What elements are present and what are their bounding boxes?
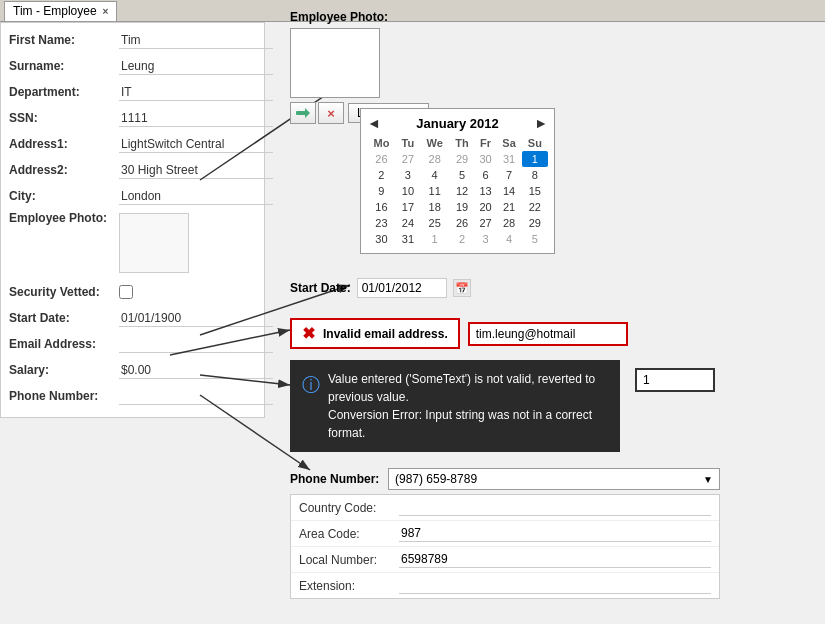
input-address2[interactable] [119, 162, 273, 179]
cal-day-2-3[interactable]: 12 [449, 183, 474, 199]
calendar-week-1: 2345678 [367, 167, 548, 183]
label-department: Department: [9, 85, 119, 99]
input-firstname[interactable] [119, 32, 273, 49]
combo-dropdown-arrow[interactable]: ▼ [703, 474, 713, 485]
cal-day-5-6[interactable]: 5 [522, 231, 548, 247]
input-surname[interactable] [119, 58, 273, 75]
cal-day-1-5[interactable]: 7 [496, 167, 521, 183]
label-city: City: [9, 189, 119, 203]
cal-day-0-1[interactable]: 27 [396, 151, 420, 167]
cal-day-3-0[interactable]: 16 [367, 199, 396, 215]
calendar-week-5: 303112345 [367, 231, 548, 247]
calendar-week-4: 23242526272829 [367, 215, 548, 231]
cal-day-2-1[interactable]: 10 [396, 183, 420, 199]
cal-day-2-5[interactable]: 14 [496, 183, 521, 199]
label-phone: Phone Number: [9, 389, 119, 403]
cal-day-3-3[interactable]: 19 [449, 199, 474, 215]
calendar-header: ◄ January 2012 ► [367, 115, 548, 131]
cal-day-2-0[interactable]: 9 [367, 183, 396, 199]
salary-error-info: ⓘ Value entered ('SomeText') is not vali… [302, 370, 608, 442]
cal-day-0-2[interactable]: 28 [420, 151, 449, 167]
form-row-startdate: Start Date: [9, 307, 256, 329]
input-startdate[interactable] [119, 310, 273, 327]
cal-day-1-4[interactable]: 6 [475, 167, 497, 183]
phone-country-input[interactable] [399, 499, 711, 516]
phone-local-input[interactable] [399, 551, 711, 568]
phone-area-input[interactable] [399, 525, 711, 542]
cal-day-5-3[interactable]: 2 [449, 231, 474, 247]
start-date-input[interactable] [357, 278, 447, 298]
cal-day-3-1[interactable]: 17 [396, 199, 420, 215]
tab-close-icon[interactable]: × [103, 6, 109, 17]
phone-details-box: Country Code: Area Code: Local Number: E… [290, 494, 720, 599]
phone-ext-input[interactable] [399, 577, 711, 594]
form-row-phone: Phone Number: [9, 385, 256, 407]
cal-day-3-4[interactable]: 20 [475, 199, 497, 215]
cal-day-1-0[interactable]: 2 [367, 167, 396, 183]
photo-remove-button[interactable]: × [318, 102, 344, 124]
cal-day-3-5[interactable]: 21 [496, 199, 521, 215]
calendar-prev-button[interactable]: ◄ [367, 115, 381, 131]
checkbox-security[interactable] [119, 285, 133, 299]
cal-day-4-0[interactable]: 23 [367, 215, 396, 231]
calendar-toggle-button[interactable]: 📅 [453, 279, 471, 297]
phone-detail-local: Local Number: [291, 547, 719, 573]
calendar-week-0: 2627282930311 [367, 151, 548, 167]
form-row-firstname: First Name: [9, 29, 256, 51]
cal-day-4-5[interactable]: 28 [496, 215, 521, 231]
employee-tab[interactable]: Tim - Employee × [4, 1, 117, 21]
cal-day-2-2[interactable]: 11 [420, 183, 449, 199]
label-firstname: First Name: [9, 33, 119, 47]
calendar-week-2: 9101112131415 [367, 183, 548, 199]
cal-day-4-1[interactable]: 24 [396, 215, 420, 231]
cal-day-4-2[interactable]: 25 [420, 215, 449, 231]
salary-error-line3: Conversion Error: Input string was not i… [328, 408, 592, 440]
email-input-field[interactable] [468, 322, 628, 346]
cal-th-tu: Tu [396, 135, 420, 151]
calendar-next-button[interactable]: ► [534, 115, 548, 131]
cal-day-4-6[interactable]: 29 [522, 215, 548, 231]
cal-day-1-1[interactable]: 3 [396, 167, 420, 183]
cal-day-0-3[interactable]: 29 [449, 151, 474, 167]
svg-rect-6 [296, 111, 306, 115]
input-city[interactable] [119, 188, 273, 205]
cal-day-5-2[interactable]: 1 [420, 231, 449, 247]
cal-day-2-6[interactable]: 15 [522, 183, 548, 199]
cal-day-1-6[interactable]: 8 [522, 167, 548, 183]
cal-day-0-6[interactable]: 1 [522, 151, 548, 167]
calendar-week-3: 16171819202122 [367, 199, 548, 215]
cal-th-we: We [420, 135, 449, 151]
cal-day-3-2[interactable]: 18 [420, 199, 449, 215]
cal-day-4-3[interactable]: 26 [449, 215, 474, 231]
cal-day-5-5[interactable]: 4 [496, 231, 521, 247]
input-ssn[interactable] [119, 110, 273, 127]
cal-day-1-2[interactable]: 4 [420, 167, 449, 183]
phone-combo-input[interactable]: (987) 659-8789 ▼ [388, 468, 720, 490]
salary-input-field[interactable] [635, 368, 715, 392]
cal-day-3-6[interactable]: 22 [522, 199, 548, 215]
input-address1[interactable] [119, 136, 273, 153]
cal-day-0-4[interactable]: 30 [475, 151, 497, 167]
input-email[interactable] [119, 336, 273, 353]
cal-day-0-5[interactable]: 31 [496, 151, 521, 167]
photo-import-button[interactable] [290, 102, 316, 124]
label-photo: Employee Photo: [9, 211, 119, 225]
cal-day-5-0[interactable]: 30 [367, 231, 396, 247]
cal-day-5-4[interactable]: 3 [475, 231, 497, 247]
calendar-icon: 📅 [455, 282, 469, 295]
input-salary[interactable] [119, 362, 273, 379]
remove-x-icon: × [327, 106, 335, 121]
cal-th-th: Th [449, 135, 474, 151]
cal-day-0-0[interactable]: 26 [367, 151, 396, 167]
phone-detail-ext: Extension: [291, 573, 719, 598]
cal-day-4-4[interactable]: 27 [475, 215, 497, 231]
calendar-section: ◄ January 2012 ► Mo Tu We Th Fr Sa Su 26… [360, 108, 555, 254]
cal-day-2-4[interactable]: 13 [475, 183, 497, 199]
cal-day-5-1[interactable]: 31 [396, 231, 420, 247]
phone-ext-label: Extension: [299, 579, 399, 593]
input-phone[interactable] [119, 388, 273, 405]
calendar-weekday-row: Mo Tu We Th Fr Sa Su [367, 135, 548, 151]
cal-day-1-3[interactable]: 5 [449, 167, 474, 183]
form-row-photo: Employee Photo: [9, 211, 256, 273]
input-department[interactable] [119, 84, 273, 101]
